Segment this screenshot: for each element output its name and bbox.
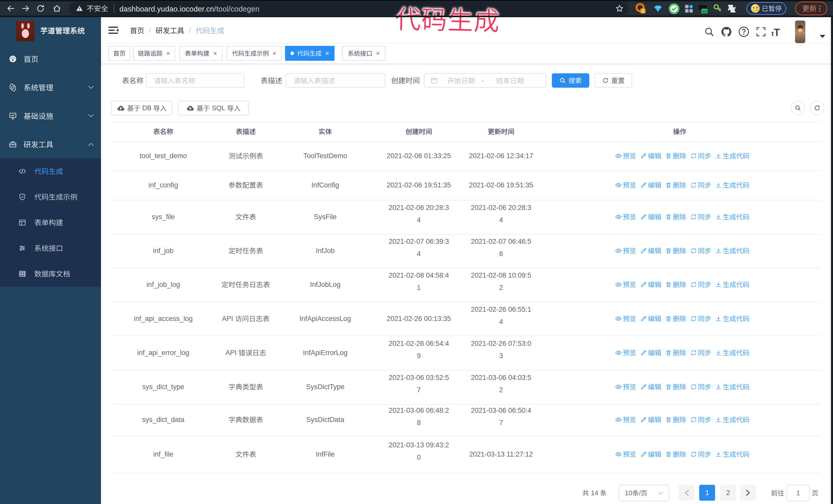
svg-text:1: 1: [642, 9, 644, 13]
svg-text:on: on: [702, 9, 707, 13]
